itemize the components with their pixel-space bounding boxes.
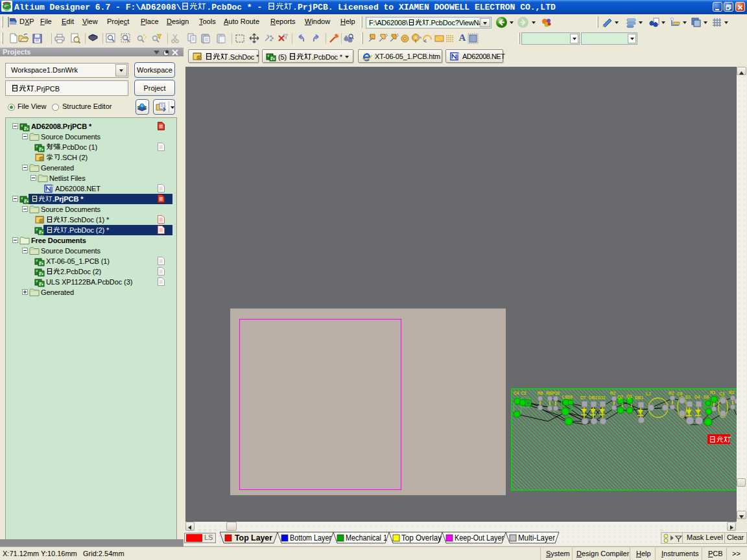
svg-text:RBP10: RBP10 bbox=[546, 391, 560, 395]
svg-text:R2: R2 bbox=[729, 390, 735, 395]
svg-text:Top Overlay: Top Overlay bbox=[401, 533, 442, 542]
svg-text:D4: D4 bbox=[694, 395, 700, 399]
svg-text:LJ: LJ bbox=[646, 391, 651, 396]
svg-text:Multi-Layer: Multi-Layer bbox=[518, 533, 555, 542]
svg-text:R2: R2 bbox=[669, 391, 674, 395]
svg-text:C3: C3 bbox=[719, 391, 725, 396]
svg-text:D7: D7 bbox=[580, 395, 586, 400]
svg-text:R1: R1 bbox=[710, 390, 716, 395]
svg-text:C6: C6 bbox=[677, 391, 683, 396]
svg-text:Q3: Q3 bbox=[626, 394, 632, 399]
svg-text:C4: C4 bbox=[514, 391, 519, 395]
svg-text:L9D9: L9D9 bbox=[562, 395, 573, 399]
svg-text:R6: R6 bbox=[538, 391, 543, 395]
svg-text:C2: C2 bbox=[521, 391, 527, 395]
svg-text:D11: D11 bbox=[598, 395, 606, 400]
svg-text:DB2: DB2 bbox=[589, 395, 597, 400]
svg-text:R2: R2 bbox=[610, 391, 616, 395]
svg-text:Mechanical 1: Mechanical 1 bbox=[346, 533, 387, 542]
svg-text:D1: D1 bbox=[685, 395, 691, 399]
svg-text:D6: D6 bbox=[704, 395, 709, 399]
svg-text:DB1: DB1 bbox=[635, 395, 643, 400]
svg-text:Keep-Out Layer: Keep-Out Layer bbox=[455, 533, 504, 542]
svg-text:Bottom Layer: Bottom Layer bbox=[290, 533, 331, 542]
svg-text:Q2: Q2 bbox=[617, 395, 623, 400]
svg-text:Top Layer: Top Layer bbox=[235, 533, 272, 542]
